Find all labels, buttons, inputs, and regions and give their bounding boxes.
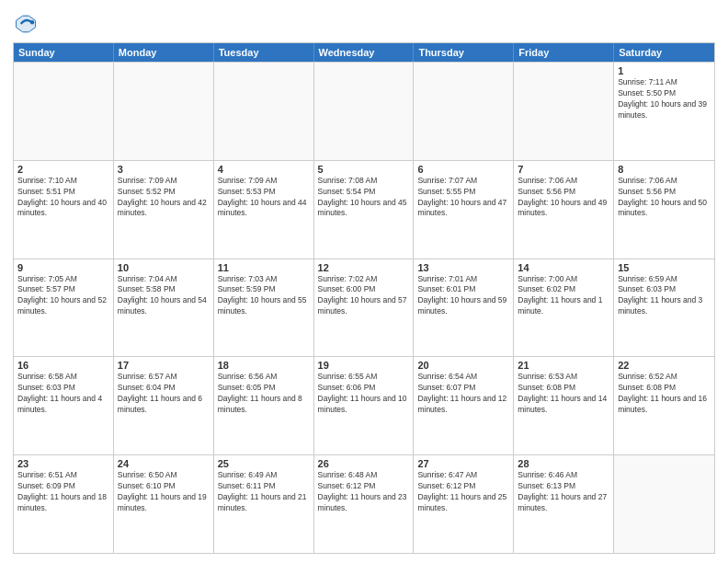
calendar-cell (14, 63, 114, 160)
day-number: 13 (417, 262, 509, 273)
calendar-cell: 11Sunrise: 7:03 AM Sunset: 5:59 PM Dayli… (214, 259, 314, 357)
weekday-header: Friday (514, 43, 614, 62)
calendar-cell: 25Sunrise: 6:49 AM Sunset: 6:11 PM Dayli… (214, 455, 314, 553)
calendar-cell: 14Sunrise: 7:00 AM Sunset: 6:02 PM Dayli… (514, 259, 614, 357)
day-number: 11 (218, 262, 310, 273)
day-info: Sunrise: 6:59 AM Sunset: 6:03 PM Dayligh… (618, 274, 711, 318)
day-info: Sunrise: 6:52 AM Sunset: 6:08 PM Dayligh… (618, 372, 711, 416)
day-number: 14 (518, 262, 609, 273)
day-info: Sunrise: 7:04 AM Sunset: 5:58 PM Dayligh… (118, 274, 210, 318)
calendar-cell: 10Sunrise: 7:04 AM Sunset: 5:58 PM Dayli… (114, 259, 214, 357)
day-info: Sunrise: 7:11 AM Sunset: 5:50 PM Dayligh… (618, 77, 711, 121)
day-info: Sunrise: 7:02 AM Sunset: 6:00 PM Dayligh… (318, 274, 410, 318)
logo-icon (13, 11, 39, 37)
day-info: Sunrise: 7:10 AM Sunset: 5:51 PM Dayligh… (17, 176, 109, 220)
logo (13, 11, 42, 37)
weekday-header: Saturday (614, 43, 714, 62)
calendar-cell: 18Sunrise: 6:56 AM Sunset: 6:05 PM Dayli… (214, 357, 314, 454)
calendar-cell: 13Sunrise: 7:01 AM Sunset: 6:01 PM Dayli… (414, 259, 514, 357)
day-info: Sunrise: 7:09 AM Sunset: 5:53 PM Dayligh… (218, 176, 310, 220)
header (13, 11, 715, 37)
calendar-row: 23Sunrise: 6:51 AM Sunset: 6:09 PM Dayli… (14, 454, 714, 553)
day-number: 10 (118, 262, 210, 273)
calendar-cell: 8Sunrise: 7:06 AM Sunset: 5:56 PM Daylig… (614, 161, 714, 259)
calendar-cell: 5Sunrise: 7:08 AM Sunset: 5:54 PM Daylig… (314, 161, 415, 259)
calendar-cell (414, 63, 514, 160)
day-info: Sunrise: 6:51 AM Sunset: 6:09 PM Dayligh… (17, 470, 109, 514)
calendar-cell: 6Sunrise: 7:07 AM Sunset: 5:55 PM Daylig… (414, 161, 514, 259)
day-number: 24 (118, 458, 210, 469)
calendar-cell: 19Sunrise: 6:55 AM Sunset: 6:06 PM Dayli… (314, 357, 415, 454)
day-info: Sunrise: 7:01 AM Sunset: 6:01 PM Dayligh… (417, 274, 509, 318)
calendar-cell: 24Sunrise: 6:50 AM Sunset: 6:10 PM Dayli… (114, 455, 214, 553)
day-number: 28 (518, 458, 609, 469)
day-number: 4 (218, 164, 310, 175)
calendar-cell: 9Sunrise: 7:05 AM Sunset: 5:57 PM Daylig… (14, 259, 114, 357)
calendar-cell: 7Sunrise: 7:06 AM Sunset: 5:56 PM Daylig… (514, 161, 614, 259)
page: SundayMondayTuesdayWednesdayThursdayFrid… (0, 0, 728, 563)
day-info: Sunrise: 6:56 AM Sunset: 6:05 PM Dayligh… (218, 372, 310, 416)
calendar-cell: 26Sunrise: 6:48 AM Sunset: 6:12 PM Dayli… (314, 455, 415, 553)
day-number: 8 (618, 164, 711, 175)
day-number: 1 (618, 65, 711, 76)
day-info: Sunrise: 7:03 AM Sunset: 5:59 PM Dayligh… (218, 274, 310, 318)
day-number: 23 (17, 458, 109, 469)
calendar-cell (514, 63, 614, 160)
calendar-cell (214, 63, 314, 160)
day-info: Sunrise: 6:46 AM Sunset: 6:13 PM Dayligh… (518, 470, 609, 514)
calendar-body: 1Sunrise: 7:11 AM Sunset: 5:50 PM Daylig… (14, 62, 714, 553)
calendar-cell: 4Sunrise: 7:09 AM Sunset: 5:53 PM Daylig… (214, 161, 314, 259)
day-info: Sunrise: 7:09 AM Sunset: 5:52 PM Dayligh… (118, 176, 210, 220)
day-info: Sunrise: 6:47 AM Sunset: 6:12 PM Dayligh… (417, 470, 509, 514)
weekday-header: Tuesday (214, 43, 314, 62)
day-number: 25 (218, 458, 310, 469)
calendar-row: 2Sunrise: 7:10 AM Sunset: 5:51 PM Daylig… (14, 160, 714, 259)
calendar-cell (114, 63, 214, 160)
calendar-cell: 1Sunrise: 7:11 AM Sunset: 5:50 PM Daylig… (614, 63, 714, 160)
day-number: 18 (218, 360, 310, 371)
weekday-header: Thursday (414, 43, 514, 62)
day-number: 5 (318, 164, 410, 175)
day-number: 2 (17, 164, 109, 175)
calendar-cell (614, 455, 714, 553)
calendar-row: 1Sunrise: 7:11 AM Sunset: 5:50 PM Daylig… (14, 62, 714, 160)
calendar-row: 9Sunrise: 7:05 AM Sunset: 5:57 PM Daylig… (14, 259, 714, 357)
day-info: Sunrise: 6:55 AM Sunset: 6:06 PM Dayligh… (318, 372, 410, 416)
calendar-header: SundayMondayTuesdayWednesdayThursdayFrid… (14, 43, 714, 62)
day-number: 16 (17, 360, 109, 371)
day-number: 26 (318, 458, 410, 469)
day-number: 17 (118, 360, 210, 371)
calendar-cell: 23Sunrise: 6:51 AM Sunset: 6:09 PM Dayli… (14, 455, 114, 553)
weekday-header: Monday (114, 43, 214, 62)
day-number: 20 (417, 360, 509, 371)
day-number: 19 (318, 360, 410, 371)
calendar-cell: 22Sunrise: 6:52 AM Sunset: 6:08 PM Dayli… (614, 357, 714, 454)
calendar-cell: 27Sunrise: 6:47 AM Sunset: 6:12 PM Dayli… (414, 455, 514, 553)
day-info: Sunrise: 7:06 AM Sunset: 5:56 PM Dayligh… (618, 176, 711, 220)
weekday-header: Sunday (14, 43, 114, 62)
day-number: 21 (518, 360, 609, 371)
calendar: SundayMondayTuesdayWednesdayThursdayFrid… (13, 42, 715, 554)
svg-point-3 (30, 20, 34, 24)
calendar-cell: 3Sunrise: 7:09 AM Sunset: 5:52 PM Daylig… (114, 161, 214, 259)
day-number: 27 (417, 458, 509, 469)
day-number: 12 (318, 262, 410, 273)
day-info: Sunrise: 6:58 AM Sunset: 6:03 PM Dayligh… (17, 372, 109, 416)
day-info: Sunrise: 6:53 AM Sunset: 6:08 PM Dayligh… (518, 372, 609, 416)
day-info: Sunrise: 6:57 AM Sunset: 6:04 PM Dayligh… (118, 372, 210, 416)
calendar-cell: 17Sunrise: 6:57 AM Sunset: 6:04 PM Dayli… (114, 357, 214, 454)
day-info: Sunrise: 6:50 AM Sunset: 6:10 PM Dayligh… (118, 470, 210, 514)
calendar-cell: 15Sunrise: 6:59 AM Sunset: 6:03 PM Dayli… (614, 259, 714, 357)
day-number: 3 (118, 164, 210, 175)
day-info: Sunrise: 7:00 AM Sunset: 6:02 PM Dayligh… (518, 274, 609, 318)
day-number: 7 (518, 164, 609, 175)
calendar-cell: 16Sunrise: 6:58 AM Sunset: 6:03 PM Dayli… (14, 357, 114, 454)
day-number: 15 (618, 262, 711, 273)
day-info: Sunrise: 6:49 AM Sunset: 6:11 PM Dayligh… (218, 470, 310, 514)
day-info: Sunrise: 7:07 AM Sunset: 5:55 PM Dayligh… (417, 176, 509, 220)
calendar-cell: 28Sunrise: 6:46 AM Sunset: 6:13 PM Dayli… (514, 455, 614, 553)
calendar-cell: 2Sunrise: 7:10 AM Sunset: 5:51 PM Daylig… (14, 161, 114, 259)
day-info: Sunrise: 6:48 AM Sunset: 6:12 PM Dayligh… (318, 470, 410, 514)
day-number: 22 (618, 360, 711, 371)
calendar-row: 16Sunrise: 6:58 AM Sunset: 6:03 PM Dayli… (14, 356, 714, 454)
